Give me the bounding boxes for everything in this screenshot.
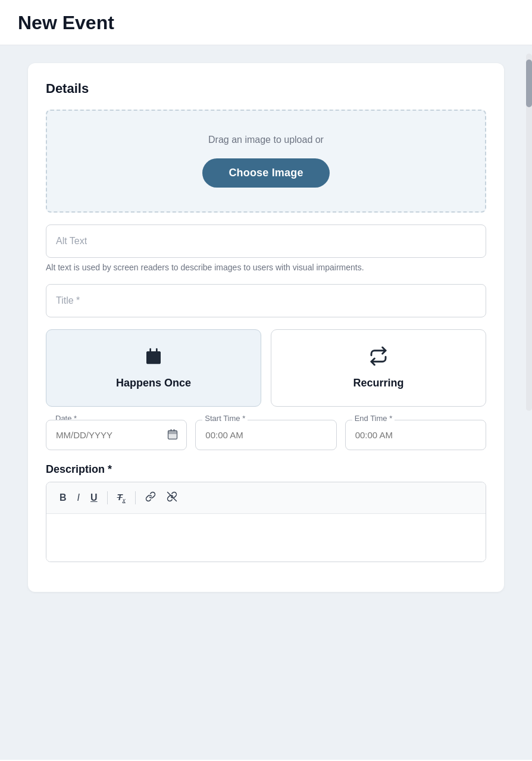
start-time-label: Start Time *: [202, 414, 248, 423]
svg-rect-5: [168, 431, 177, 434]
event-type-once-label: Happens Once: [58, 377, 249, 389]
bold-button[interactable]: B: [55, 489, 71, 506]
svg-rect-3: [156, 348, 158, 353]
alt-text-helper: Alt text is used by screen readers to de…: [46, 263, 486, 272]
alt-text-wrapper: [46, 224, 486, 258]
event-type-once[interactable]: Happens Once: [46, 329, 261, 407]
event-type-recurring-label: Recurring: [283, 377, 474, 389]
date-field-wrapper: Date *: [46, 420, 187, 450]
details-card: Details Drag an image to upload or Choos…: [28, 63, 504, 592]
start-time-input[interactable]: [195, 420, 336, 450]
datetime-row: Date * Start Time *: [46, 420, 486, 450]
unlink-button[interactable]: [162, 488, 182, 507]
image-upload-area[interactable]: Drag an image to upload or Choose Image: [46, 110, 486, 213]
section-title: Details: [46, 81, 486, 96]
alt-text-input[interactable]: [46, 224, 486, 258]
title-wrapper: [46, 284, 486, 317]
calendar-icon: [58, 347, 249, 370]
scrollbar-thumb[interactable]: [526, 60, 532, 107]
strikethrough-button[interactable]: Tx: [112, 489, 130, 507]
svg-rect-1: [146, 351, 161, 356]
drag-upload-text: Drag an image to upload or: [59, 135, 473, 145]
underline-button[interactable]: U: [86, 489, 102, 506]
end-time-input[interactable]: [345, 420, 486, 450]
editor-toolbar: B I U Tx: [46, 482, 486, 514]
scrollbar[interactable]: [526, 54, 532, 411]
end-time-field-wrapper: End Time *: [345, 420, 486, 450]
description-editor: B I U Tx: [46, 482, 486, 562]
italic-button[interactable]: I: [73, 489, 85, 506]
page-content: Details Drag an image to upload or Choos…: [0, 45, 532, 760]
end-time-label: End Time *: [352, 414, 395, 423]
link-button[interactable]: [140, 488, 161, 507]
choose-image-button[interactable]: Choose Image: [202, 158, 329, 188]
date-input[interactable]: [46, 420, 187, 450]
page-header: New Event: [0, 0, 532, 45]
editor-content-area[interactable]: [46, 514, 486, 562]
alt-text-group: Alt text is used by screen readers to de…: [46, 224, 486, 272]
description-group: Description * B I U Tx: [46, 463, 486, 562]
title-input[interactable]: [46, 284, 486, 317]
event-type-row: Happens Once Recurring: [46, 329, 486, 407]
date-calendar-icon: [167, 428, 179, 442]
start-time-field-wrapper: Start Time *: [195, 420, 336, 450]
event-type-recurring[interactable]: Recurring: [271, 329, 486, 407]
toolbar-separator-2: [135, 491, 136, 504]
repeat-icon: [283, 347, 474, 370]
page-title: New Event: [18, 12, 514, 34]
toolbar-separator-1: [107, 491, 108, 504]
description-label: Description *: [46, 463, 486, 476]
svg-rect-2: [149, 348, 151, 353]
title-group: [46, 284, 486, 317]
